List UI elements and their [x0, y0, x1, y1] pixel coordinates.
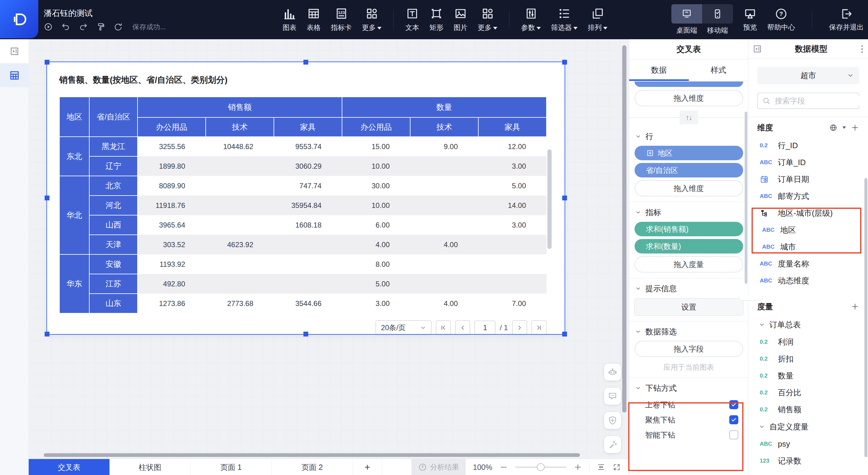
measure-group-自定义度量[interactable]: 自定义度量	[757, 418, 859, 436]
field-地区[interactable]: ABC地区	[757, 221, 859, 238]
add-measure-icon[interactable]	[851, 302, 859, 311]
row-field-pill[interactable]: 省/自治区	[634, 163, 743, 177]
toolbar-item-筛选器[interactable]: 筛选器	[546, 7, 583, 32]
page-tab-柱状图[interactable]: 柱状图	[110, 459, 191, 475]
ai-assistant-button[interactable]	[604, 364, 621, 381]
sidebar-item-crosstab[interactable]	[0, 64, 29, 87]
field-折扣[interactable]: 0.2折扣	[757, 350, 859, 367]
beautify-button[interactable]	[604, 436, 621, 453]
selection-handle-se[interactable]	[562, 332, 567, 336]
page-number-input[interactable]	[474, 321, 496, 335]
mobile-toggle[interactable]: 移动端	[702, 4, 733, 35]
add-page-button[interactable]: +	[353, 459, 382, 475]
analysis-result-button[interactable]: 分析结果	[411, 459, 466, 475]
column-pill-clipped[interactable]	[634, 82, 743, 87]
page-size-select[interactable]: 20条/页	[375, 320, 432, 335]
panel-scrollbar[interactable]	[864, 178, 867, 457]
rows-section-header[interactable]: 行	[635, 130, 743, 143]
canvas[interactable]: 销售额、数量(按地区、省/自治区、类别划分) 地区省/自治区销售额数量办公用品技…	[29, 39, 629, 459]
fit-width-button[interactable]	[597, 463, 605, 471]
measure-group-订单总表[interactable]: 订单总表	[757, 316, 859, 333]
toolbar-item-图表[interactable]: 图表	[277, 7, 302, 32]
field-销售额[interactable]: 0.2销售额	[757, 401, 859, 418]
desktop-toggle[interactable]: 桌面端	[671, 4, 702, 35]
field-度量名称[interactable]: ABC度量名称	[757, 255, 859, 272]
prev-page-button[interactable]	[455, 320, 470, 335]
first-page-button[interactable]	[436, 320, 451, 335]
tab-style[interactable]: 样式	[689, 59, 749, 81]
more-menu-icon[interactable]	[860, 44, 864, 54]
field-数量[interactable]: 0.2数量	[757, 367, 859, 384]
field-动态维度[interactable]: ABC动态维度	[757, 272, 859, 289]
checkbox-上卷下钻[interactable]	[729, 400, 738, 409]
field-订单日期[interactable]: 订单日期	[757, 171, 859, 188]
expand-panel-button[interactable]	[0, 39, 29, 64]
toolbar-item-排列[interactable]: 排列	[583, 7, 613, 32]
dataset-select[interactable]: 超市	[757, 67, 859, 84]
toolbar-item-更多[interactable]: 更多	[357, 7, 386, 32]
selection-handle-e[interactable]	[562, 196, 567, 200]
field-地区-城市(层级)[interactable]: 地区-城市(层级)	[757, 205, 859, 221]
toolbar-item-参数[interactable]: 参数	[516, 7, 546, 32]
canvas-vertical-scrollbar[interactable]	[622, 45, 626, 413]
collapse-handle[interactable]	[739, 296, 763, 301]
selection-handle-sw[interactable]	[44, 332, 50, 336]
caret-down-icon[interactable]	[842, 126, 846, 129]
drop-dimension-zone[interactable]: 拖入维度	[634, 180, 743, 197]
drill-section-header[interactable]: 下钻方式	[635, 381, 743, 395]
metrics-section-header[interactable]: 指标	[635, 206, 743, 219]
refresh-icon[interactable]	[114, 22, 123, 31]
crosstab-widget[interactable]: 销售额、数量(按地区、省/自治区、类别划分) 地区省/自治区销售额数量办公用品技…	[47, 62, 565, 334]
tab-data[interactable]: 数据	[629, 59, 689, 81]
row-field-pill[interactable]: 地区	[634, 146, 743, 160]
panel-scrollbar[interactable]	[745, 112, 747, 284]
filter-section-header[interactable]: 数据筛选	[635, 325, 743, 338]
globe-icon[interactable]	[829, 123, 838, 132]
field-记录数[interactable]: 123记录数	[757, 452, 859, 469]
swap-axes-icon[interactable]: ↑↓	[680, 111, 698, 124]
page-tab-页面 1[interactable]: 页面 1	[191, 459, 272, 475]
field-城市[interactable]: ABC城市	[757, 238, 859, 255]
zoom-slider[interactable]	[515, 467, 566, 468]
toolbar-item-表格[interactable]: 表格	[302, 7, 326, 32]
toolbar-item-矩形[interactable]: 矩形	[424, 7, 448, 32]
search-input[interactable]	[774, 96, 868, 106]
field-订单_ID[interactable]: ABC订单_ID	[757, 154, 859, 171]
page-tab-页面 2[interactable]: 页面 2	[272, 459, 353, 475]
selection-handle-w[interactable]	[44, 196, 50, 200]
toolbar-item-图片[interactable]: 图片	[448, 7, 473, 32]
toolbar-item-更多[interactable]: 更多	[473, 7, 502, 32]
drop-dimension-zone[interactable]: 拖入维度	[634, 90, 743, 106]
last-page-button[interactable]	[531, 320, 547, 335]
field-邮寄方式[interactable]: ABC邮寄方式	[757, 188, 859, 205]
drop-measure-zone[interactable]: 拖入度量	[634, 256, 743, 272]
selection-handle-nw[interactable]	[44, 60, 50, 65]
toolbar-item-文本[interactable]: 文本	[400, 7, 424, 32]
toolbar-item-指标卡[interactable]: 123指标卡	[326, 7, 357, 32]
history-icon[interactable]	[44, 22, 53, 31]
redo-icon[interactable]	[79, 22, 88, 31]
field-行_ID[interactable]: 0.2行_ID	[757, 137, 859, 154]
zoom-out-button[interactable]	[499, 463, 508, 471]
canvas-horizontal-scrollbar[interactable]	[44, 453, 580, 457]
metric-field-pill[interactable]: 求和(数量)	[634, 239, 743, 254]
undo-icon[interactable]	[61, 22, 70, 31]
fullscreen-button[interactable]	[613, 463, 621, 471]
help-center-button[interactable]: ? 帮助中心	[767, 7, 795, 32]
field-psy[interactable]: ABCpsy	[757, 436, 859, 452]
app-logo[interactable]	[0, 0, 38, 38]
selection-handle-ne[interactable]	[562, 60, 567, 65]
field-百分比[interactable]: 0.2百分比	[757, 384, 859, 401]
next-page-button[interactable]	[512, 320, 527, 335]
tooltip-settings-button[interactable]: 设置	[634, 298, 743, 316]
field-search[interactable]	[757, 93, 859, 109]
collapse-panel-button[interactable]	[752, 44, 762, 54]
selection-handle-s[interactable]	[303, 332, 308, 336]
table-scrollbar[interactable]	[548, 149, 552, 249]
field-利润[interactable]: 0.2利润	[757, 333, 859, 350]
zoom-in-button[interactable]	[574, 463, 582, 471]
metric-field-pill[interactable]: 求和(销售额)	[634, 222, 743, 236]
checkbox-聚焦下钻[interactable]	[729, 415, 738, 424]
selection-handle-n[interactable]	[303, 60, 308, 65]
tooltip-section-header[interactable]: 提示信息	[635, 282, 743, 295]
